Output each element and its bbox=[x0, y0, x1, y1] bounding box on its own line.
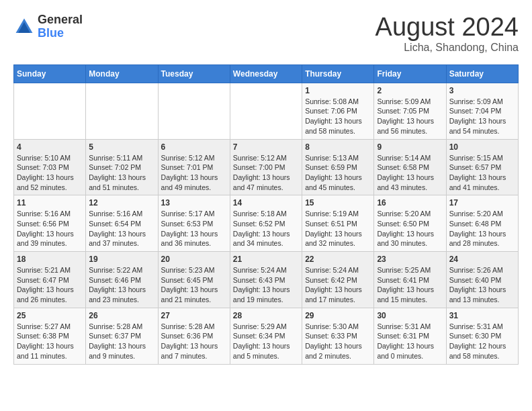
calendar-cell: 25Sunrise: 5:27 AM Sunset: 6:38 PM Dayli… bbox=[14, 308, 86, 364]
day-info: Sunrise: 5:20 AM Sunset: 6:48 PM Dayligh… bbox=[449, 209, 515, 248]
calendar-cell: 18Sunrise: 5:21 AM Sunset: 6:47 PM Dayli… bbox=[14, 252, 86, 308]
calendar-cell bbox=[14, 83, 86, 139]
calendar-cell: 2Sunrise: 5:09 AM Sunset: 7:05 PM Daylig… bbox=[374, 83, 446, 139]
calendar-cell: 14Sunrise: 5:18 AM Sunset: 6:52 PM Dayli… bbox=[230, 195, 302, 252]
day-info: Sunrise: 5:13 AM Sunset: 6:59 PM Dayligh… bbox=[305, 153, 371, 193]
day-info: Sunrise: 5:18 AM Sunset: 6:52 PM Dayligh… bbox=[233, 209, 299, 248]
day-number: 2 bbox=[377, 86, 443, 95]
calendar-cell: 1Sunrise: 5:08 AM Sunset: 7:06 PM Daylig… bbox=[302, 83, 374, 139]
calendar-cell: 27Sunrise: 5:28 AM Sunset: 6:36 PM Dayli… bbox=[158, 308, 230, 364]
day-info: Sunrise: 5:24 AM Sunset: 6:42 PM Dayligh… bbox=[305, 265, 371, 305]
day-info: Sunrise: 5:28 AM Sunset: 6:36 PM Dayligh… bbox=[161, 322, 227, 361]
day-number: 25 bbox=[17, 311, 83, 320]
calendar-week-5: 25Sunrise: 5:27 AM Sunset: 6:38 PM Dayli… bbox=[14, 308, 519, 364]
day-info: Sunrise: 5:17 AM Sunset: 6:53 PM Dayligh… bbox=[161, 209, 227, 248]
day-number: 17 bbox=[449, 198, 515, 208]
day-info: Sunrise: 5:19 AM Sunset: 6:51 PM Dayligh… bbox=[305, 209, 371, 248]
day-number: 28 bbox=[233, 311, 299, 320]
calendar-cell: 12Sunrise: 5:16 AM Sunset: 6:54 PM Dayli… bbox=[86, 195, 158, 252]
logo-text: General Blue bbox=[38, 13, 83, 40]
logo-icon bbox=[13, 16, 35, 38]
day-info: Sunrise: 5:16 AM Sunset: 6:54 PM Dayligh… bbox=[89, 209, 154, 248]
calendar-cell: 7Sunrise: 5:12 AM Sunset: 7:00 PM Daylig… bbox=[230, 139, 302, 195]
day-info: Sunrise: 5:12 AM Sunset: 7:00 PM Dayligh… bbox=[233, 153, 299, 193]
calendar-cell: 3Sunrise: 5:09 AM Sunset: 7:04 PM Daylig… bbox=[446, 83, 518, 139]
calendar-cell: 26Sunrise: 5:28 AM Sunset: 6:37 PM Dayli… bbox=[86, 308, 158, 364]
day-info: Sunrise: 5:31 AM Sunset: 6:31 PM Dayligh… bbox=[377, 322, 443, 361]
day-number: 12 bbox=[89, 198, 154, 208]
day-header-thursday: Thursday bbox=[302, 64, 374, 83]
calendar-cell: 17Sunrise: 5:20 AM Sunset: 6:48 PM Dayli… bbox=[446, 195, 518, 252]
calendar-cell: 16Sunrise: 5:20 AM Sunset: 6:50 PM Dayli… bbox=[374, 195, 446, 252]
day-info: Sunrise: 5:21 AM Sunset: 6:47 PM Dayligh… bbox=[17, 265, 83, 305]
calendar-cell bbox=[86, 83, 158, 139]
calendar-cell: 10Sunrise: 5:15 AM Sunset: 6:57 PM Dayli… bbox=[446, 139, 518, 195]
day-info: Sunrise: 5:26 AM Sunset: 6:40 PM Dayligh… bbox=[449, 265, 515, 305]
day-info: Sunrise: 5:22 AM Sunset: 6:46 PM Dayligh… bbox=[89, 265, 154, 305]
day-number: 23 bbox=[377, 255, 443, 264]
day-header-wednesday: Wednesday bbox=[230, 64, 302, 83]
calendar-week-3: 11Sunrise: 5:16 AM Sunset: 6:56 PM Dayli… bbox=[14, 195, 519, 252]
day-number: 18 bbox=[17, 255, 83, 264]
day-info: Sunrise: 5:31 AM Sunset: 6:30 PM Dayligh… bbox=[449, 322, 515, 361]
calendar-cell: 9Sunrise: 5:14 AM Sunset: 6:58 PM Daylig… bbox=[374, 139, 446, 195]
day-info: Sunrise: 5:24 AM Sunset: 6:43 PM Dayligh… bbox=[233, 265, 299, 305]
day-number: 4 bbox=[17, 142, 83, 152]
calendar-cell bbox=[230, 83, 302, 139]
day-number: 29 bbox=[305, 311, 371, 320]
day-number: 31 bbox=[449, 311, 515, 320]
day-number: 8 bbox=[305, 142, 371, 152]
day-number: 16 bbox=[377, 198, 443, 208]
day-info: Sunrise: 5:15 AM Sunset: 6:57 PM Dayligh… bbox=[449, 153, 515, 193]
calendar-week-4: 18Sunrise: 5:21 AM Sunset: 6:47 PM Dayli… bbox=[14, 252, 519, 308]
calendar: SundayMondayTuesdayWednesdayThursdayFrid… bbox=[13, 64, 519, 365]
day-number: 27 bbox=[161, 311, 227, 320]
day-number: 14 bbox=[233, 198, 299, 208]
day-info: Sunrise: 5:28 AM Sunset: 6:37 PM Dayligh… bbox=[89, 322, 154, 361]
day-header-sunday: Sunday bbox=[14, 64, 86, 83]
calendar-cell: 8Sunrise: 5:13 AM Sunset: 6:59 PM Daylig… bbox=[302, 139, 374, 195]
day-number: 5 bbox=[89, 142, 154, 152]
calendar-cell bbox=[158, 83, 230, 139]
subtitle: Licha, Shandong, China bbox=[375, 42, 519, 54]
calendar-cell: 31Sunrise: 5:31 AM Sunset: 6:30 PM Dayli… bbox=[446, 308, 518, 364]
calendar-cell: 15Sunrise: 5:19 AM Sunset: 6:51 PM Dayli… bbox=[302, 195, 374, 252]
day-number: 6 bbox=[161, 142, 227, 152]
day-number: 21 bbox=[233, 255, 299, 264]
calendar-week-2: 4Sunrise: 5:10 AM Sunset: 7:03 PM Daylig… bbox=[14, 139, 519, 195]
day-info: Sunrise: 5:25 AM Sunset: 6:41 PM Dayligh… bbox=[377, 265, 443, 305]
calendar-cell: 21Sunrise: 5:24 AM Sunset: 6:43 PM Dayli… bbox=[230, 252, 302, 308]
day-info: Sunrise: 5:16 AM Sunset: 6:56 PM Dayligh… bbox=[17, 209, 83, 248]
logo: General Blue bbox=[13, 13, 83, 40]
calendar-cell: 30Sunrise: 5:31 AM Sunset: 6:31 PM Dayli… bbox=[374, 308, 446, 364]
calendar-cell: 5Sunrise: 5:11 AM Sunset: 7:02 PM Daylig… bbox=[86, 139, 158, 195]
day-info: Sunrise: 5:20 AM Sunset: 6:50 PM Dayligh… bbox=[377, 209, 443, 248]
day-info: Sunrise: 5:10 AM Sunset: 7:03 PM Dayligh… bbox=[17, 153, 83, 193]
calendar-cell: 28Sunrise: 5:29 AM Sunset: 6:34 PM Dayli… bbox=[230, 308, 302, 364]
calendar-cell: 13Sunrise: 5:17 AM Sunset: 6:53 PM Dayli… bbox=[158, 195, 230, 252]
day-number: 26 bbox=[89, 311, 154, 320]
calendar-cell: 29Sunrise: 5:30 AM Sunset: 6:33 PM Dayli… bbox=[302, 308, 374, 364]
day-info: Sunrise: 5:27 AM Sunset: 6:38 PM Dayligh… bbox=[17, 322, 83, 361]
day-number: 13 bbox=[161, 198, 227, 208]
calendar-header-row: SundayMondayTuesdayWednesdayThursdayFrid… bbox=[14, 64, 519, 83]
calendar-cell: 19Sunrise: 5:22 AM Sunset: 6:46 PM Dayli… bbox=[86, 252, 158, 308]
day-number: 24 bbox=[449, 255, 515, 264]
calendar-week-1: 1Sunrise: 5:08 AM Sunset: 7:06 PM Daylig… bbox=[14, 83, 519, 139]
day-number: 7 bbox=[233, 142, 299, 152]
title-block: August 2024 Licha, Shandong, China bbox=[375, 13, 519, 54]
calendar-cell: 6Sunrise: 5:12 AM Sunset: 7:01 PM Daylig… bbox=[158, 139, 230, 195]
day-header-monday: Monday bbox=[86, 64, 158, 83]
page-header: General Blue August 2024 Licha, Shandong… bbox=[13, 13, 519, 54]
day-info: Sunrise: 5:14 AM Sunset: 6:58 PM Dayligh… bbox=[377, 153, 443, 193]
day-number: 15 bbox=[305, 198, 371, 208]
day-info: Sunrise: 5:09 AM Sunset: 7:04 PM Dayligh… bbox=[449, 97, 515, 136]
day-number: 11 bbox=[17, 198, 83, 208]
calendar-cell: 20Sunrise: 5:23 AM Sunset: 6:45 PM Dayli… bbox=[158, 252, 230, 308]
day-number: 22 bbox=[305, 255, 371, 264]
calendar-cell: 22Sunrise: 5:24 AM Sunset: 6:42 PM Dayli… bbox=[302, 252, 374, 308]
day-number: 3 bbox=[449, 86, 515, 95]
day-info: Sunrise: 5:08 AM Sunset: 7:06 PM Dayligh… bbox=[305, 97, 371, 136]
calendar-cell: 23Sunrise: 5:25 AM Sunset: 6:41 PM Dayli… bbox=[374, 252, 446, 308]
day-info: Sunrise: 5:11 AM Sunset: 7:02 PM Dayligh… bbox=[89, 153, 154, 193]
